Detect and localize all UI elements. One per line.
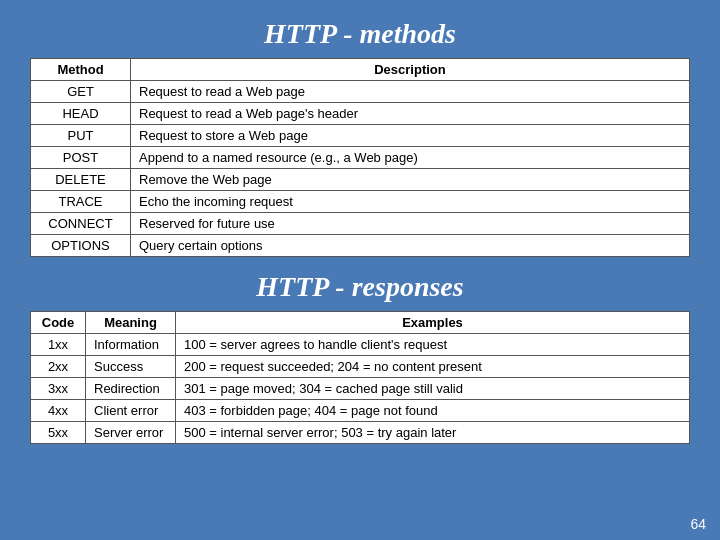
table-row: DELETERemove the Web page <box>31 169 690 191</box>
methods-col-method: Method <box>31 59 131 81</box>
responses-col-meaning: Meaning <box>86 312 176 334</box>
responses-col-code: Code <box>31 312 86 334</box>
table-row: TRACEEcho the incoming request <box>31 191 690 213</box>
page-number: 64 <box>690 516 706 532</box>
table-row: POSTAppend to a named resource (e.g., a … <box>31 147 690 169</box>
table-row: OPTIONSQuery certain options <box>31 235 690 257</box>
table-row: PUTRequest to store a Web page <box>31 125 690 147</box>
table-row: 2xxSuccess200 = request succeeded; 204 =… <box>31 356 690 378</box>
methods-col-description: Description <box>131 59 690 81</box>
table-row: HEADRequest to read a Web page's header <box>31 103 690 125</box>
table-row: GETRequest to read a Web page <box>31 81 690 103</box>
responses-title: HTTP - responses <box>256 271 463 303</box>
table-row: 3xxRedirection301 = page moved; 304 = ca… <box>31 378 690 400</box>
table-row: 1xxInformation100 = server agrees to han… <box>31 334 690 356</box>
responses-col-examples: Examples <box>176 312 690 334</box>
table-row: 5xxServer error500 = internal server err… <box>31 422 690 444</box>
responses-table: Code Meaning Examples 1xxInformation100 … <box>30 311 690 444</box>
table-row: CONNECTReserved for future use <box>31 213 690 235</box>
methods-table: Method Description GETRequest to read a … <box>30 58 690 257</box>
table-row: 4xxClient error403 = forbidden page; 404… <box>31 400 690 422</box>
methods-title: HTTP - methods <box>264 18 456 50</box>
